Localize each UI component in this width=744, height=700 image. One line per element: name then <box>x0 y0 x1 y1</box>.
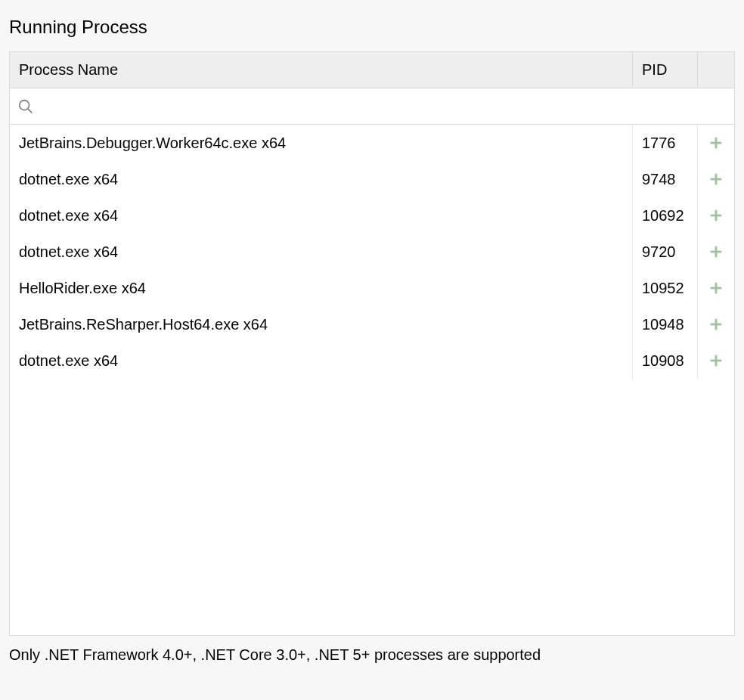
process-pid: 10692 <box>633 197 698 234</box>
process-table: Process Name PID JetBrains.Debugger.Work… <box>9 51 735 636</box>
plus-icon[interactable] <box>707 206 725 225</box>
process-name: dotnet.exe x64 <box>10 342 633 379</box>
process-pid: 10908 <box>633 342 698 379</box>
process-name: dotnet.exe x64 <box>10 234 633 270</box>
plus-icon[interactable] <box>707 170 725 188</box>
svg-point-0 <box>20 100 29 110</box>
table-row[interactable]: JetBrains.ReSharper.Host64.exe x6410948 <box>10 306 734 342</box>
table-body: JetBrains.Debugger.Worker64c.exe x641776… <box>10 125 734 635</box>
table-row[interactable]: dotnet.exe x649748 <box>10 161 734 197</box>
search-icon <box>17 98 34 115</box>
process-pid: 10948 <box>633 306 698 342</box>
process-name: dotnet.exe x64 <box>10 161 633 197</box>
plus-icon[interactable] <box>707 352 725 370</box>
footer-note: Only .NET Framework 4.0+, .NET Core 3.0+… <box>9 646 735 664</box>
column-header-name[interactable]: Process Name <box>10 52 633 88</box>
plus-icon[interactable] <box>707 279 725 297</box>
attach-cell <box>698 270 734 306</box>
plus-icon[interactable] <box>707 243 725 261</box>
process-name: JetBrains.Debugger.Worker64c.exe x64 <box>10 125 633 161</box>
table-row[interactable]: dotnet.exe x6410908 <box>10 342 734 379</box>
process-pid: 1776 <box>633 125 698 161</box>
attach-cell <box>698 197 734 234</box>
attach-cell <box>698 342 734 379</box>
table-header: Process Name PID <box>10 52 734 88</box>
process-name: HelloRider.exe x64 <box>10 270 633 306</box>
column-header-action <box>698 52 734 88</box>
process-pid: 9720 <box>633 234 698 270</box>
search-row <box>10 88 734 125</box>
table-row[interactable]: dotnet.exe x6410692 <box>10 197 734 234</box>
attach-cell <box>698 306 734 342</box>
process-name: dotnet.exe x64 <box>10 197 633 234</box>
page-title: Running Process <box>9 17 735 38</box>
svg-line-1 <box>28 108 33 113</box>
attach-cell <box>698 161 734 197</box>
table-row[interactable]: HelloRider.exe x6410952 <box>10 270 734 306</box>
search-input[interactable] <box>34 98 727 115</box>
plus-icon[interactable] <box>707 134 725 152</box>
attach-cell <box>698 125 734 161</box>
process-pid: 10952 <box>633 270 698 306</box>
attach-cell <box>698 234 734 270</box>
table-row[interactable]: dotnet.exe x649720 <box>10 234 734 270</box>
process-pid: 9748 <box>633 161 698 197</box>
process-name: JetBrains.ReSharper.Host64.exe x64 <box>10 306 633 342</box>
column-header-pid[interactable]: PID <box>633 52 698 88</box>
plus-icon[interactable] <box>707 315 725 333</box>
table-row[interactable]: JetBrains.Debugger.Worker64c.exe x641776 <box>10 125 734 161</box>
